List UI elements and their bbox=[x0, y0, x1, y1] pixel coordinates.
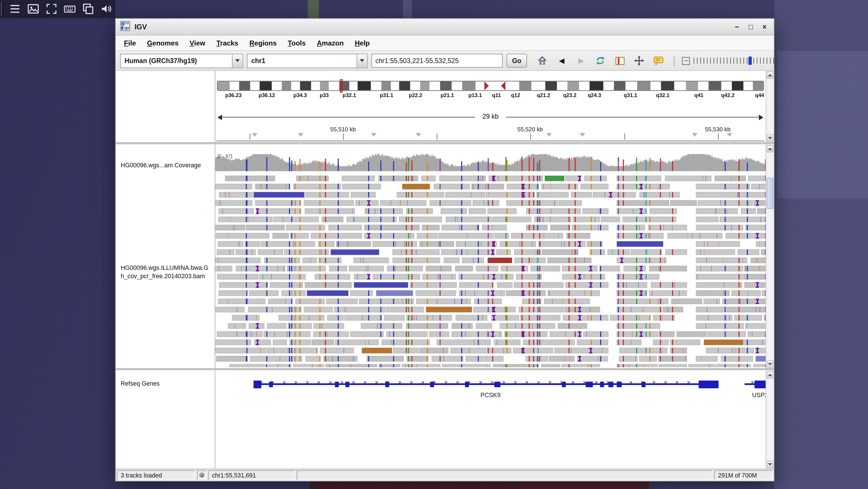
locus-input[interactable] bbox=[372, 54, 503, 68]
chevron-down-icon[interactable] bbox=[232, 54, 243, 67]
cytoband bbox=[320, 82, 329, 90]
cytoband-label: q21.2 bbox=[537, 92, 550, 98]
igv-logo-icon: igv bbox=[120, 21, 130, 33]
menu-file[interactable]: File bbox=[119, 37, 141, 48]
zoom-tick bbox=[757, 57, 757, 63]
close-button[interactable]: × bbox=[760, 22, 770, 32]
gene-exon[interactable] bbox=[617, 381, 621, 387]
gene-track-name[interactable]: Refseq Genes bbox=[121, 380, 159, 388]
home-icon[interactable] bbox=[536, 54, 548, 66]
coverage-track-name[interactable]: HG00096.wgs...am Coverage bbox=[121, 161, 201, 170]
cytoband bbox=[590, 82, 603, 90]
keyboard-icon[interactable] bbox=[63, 2, 76, 16]
alignment-panel: HG00096.wgs...am Coverage HG00096.wgs.IL… bbox=[116, 145, 774, 369]
scroll-down-icon[interactable] bbox=[767, 361, 773, 368]
gene-exon[interactable] bbox=[335, 381, 338, 387]
cytoband bbox=[686, 82, 698, 90]
gene-panel-scrollbar[interactable] bbox=[766, 371, 774, 468]
strand-arrow-icon: > bbox=[549, 380, 551, 385]
strand-arrow-icon: > bbox=[444, 380, 447, 385]
genome-select[interactable]: Human (GRCh37/hg19) bbox=[120, 54, 243, 68]
window-titlebar[interactable]: igv IGV − □ × bbox=[116, 19, 774, 35]
menu-regions[interactable]: Regions bbox=[244, 37, 282, 48]
gene-exon[interactable] bbox=[430, 381, 434, 387]
ruler-tick bbox=[624, 134, 625, 140]
chromosome-ideogram[interactable] bbox=[217, 81, 764, 91]
status-indicator[interactable] bbox=[197, 470, 207, 480]
gene-exon[interactable] bbox=[269, 381, 273, 387]
strand-arrow-icon: > bbox=[283, 380, 285, 385]
refresh-icon[interactable] bbox=[594, 54, 607, 66]
tooltip-bubble-icon[interactable] bbox=[652, 54, 664, 66]
gene-data-area[interactable]: >>>>>>>>>>>>>>>>>>>>>>>>>>>>>>>>>>>>>>>>… bbox=[215, 371, 766, 468]
forward-icon[interactable]: ▶ bbox=[575, 54, 587, 66]
menu-help[interactable]: Help bbox=[350, 37, 375, 48]
chromosome-select[interactable]: chr1 bbox=[247, 54, 368, 68]
gene-exon[interactable] bbox=[642, 381, 646, 387]
strand-arrow-icon: > bbox=[664, 380, 667, 385]
cytoband-label: q12 bbox=[511, 92, 520, 98]
strand-arrow-icon: > bbox=[514, 380, 517, 385]
gene-exon[interactable] bbox=[494, 381, 500, 387]
gene-exon[interactable] bbox=[754, 380, 766, 388]
gene-exon[interactable] bbox=[465, 381, 469, 387]
ruler-tick bbox=[718, 134, 718, 140]
menu-amazon[interactable]: Amazon bbox=[312, 37, 348, 48]
scroll-down-icon[interactable] bbox=[767, 135, 773, 142]
screenshot-icon[interactable] bbox=[27, 2, 40, 16]
ruler-baseline bbox=[216, 141, 765, 141]
cytoband-label: p22.2 bbox=[409, 92, 422, 98]
gene-exon[interactable] bbox=[586, 381, 593, 387]
ruler-tick bbox=[250, 134, 250, 140]
menu-icon[interactable] bbox=[8, 2, 22, 16]
alignment-pileup-canvas[interactable] bbox=[215, 152, 766, 367]
scroll-up-icon[interactable] bbox=[767, 145, 773, 152]
gene-exon[interactable] bbox=[385, 381, 389, 387]
fullscreen-icon[interactable] bbox=[45, 2, 58, 16]
ruler-tick-label: 55,510 kb bbox=[330, 126, 356, 133]
zoom-out-icon[interactable] bbox=[682, 57, 690, 64]
menu-view[interactable]: View bbox=[185, 37, 210, 48]
menu-tracks[interactable]: Tracks bbox=[211, 37, 243, 48]
back-icon[interactable]: ◀ bbox=[556, 54, 568, 66]
copy-icon[interactable] bbox=[82, 2, 95, 16]
zoom-tick bbox=[737, 57, 737, 63]
scrollbar-thumb[interactable] bbox=[767, 178, 773, 209]
menu-tools[interactable]: Tools bbox=[283, 37, 311, 48]
speaker-icon[interactable] bbox=[100, 2, 113, 16]
locus-panel-data-area[interactable]: p36.23p36.12p34.3p33p32.1p31.1p22.2p21.1… bbox=[215, 71, 766, 142]
locus-panel-scrollbar[interactable] bbox=[766, 71, 774, 142]
zoom-slider-thumb[interactable] bbox=[748, 56, 752, 64]
gene-exon[interactable] bbox=[253, 380, 261, 388]
gene-exon[interactable] bbox=[699, 380, 718, 388]
cytoband bbox=[399, 82, 410, 90]
igv-window: igv IGV − □ × FileGenomesViewTracksRegio… bbox=[115, 18, 774, 481]
menu-bar: FileGenomesViewTracksRegionsToolsAmazonH… bbox=[116, 35, 774, 51]
chevron-down-icon[interactable] bbox=[356, 54, 367, 67]
scroll-down-icon[interactable] bbox=[767, 461, 773, 468]
scroll-up-icon[interactable] bbox=[767, 71, 773, 79]
zoom-tick bbox=[743, 57, 744, 63]
zoom-slider[interactable] bbox=[693, 56, 774, 65]
minimize-button[interactable]: − bbox=[732, 22, 742, 32]
cytoband bbox=[567, 82, 579, 90]
zoom-tick bbox=[723, 57, 724, 63]
ruler-tick bbox=[530, 134, 531, 140]
refseq-gene-track[interactable]: >>>>>>>>>>>>>>>>>>>>>>>>>>>>>>>>>>>>>>>>… bbox=[215, 374, 766, 400]
region-tool-icon[interactable] bbox=[614, 54, 626, 66]
dock-grip[interactable] bbox=[1, 2, 3, 16]
fit-to-window-icon[interactable] bbox=[633, 54, 645, 66]
gene-exon[interactable] bbox=[562, 381, 566, 387]
scroll-up-icon[interactable] bbox=[767, 371, 773, 378]
alignment-track-name[interactable]: HG00096.wgs.ILLUMINA.bwa.G h_cov_pcr_fre… bbox=[121, 264, 208, 281]
gene-exon[interactable] bbox=[608, 381, 613, 387]
menu-genomes[interactable]: Genomes bbox=[142, 37, 183, 48]
cytoband-label: q24.3 bbox=[588, 92, 601, 98]
go-button[interactable]: Go bbox=[506, 54, 527, 68]
alignment-data-area[interactable]: [0 - 67] bbox=[215, 145, 766, 368]
alignment-panel-scrollbar[interactable] bbox=[766, 145, 774, 368]
ruler-span-label: 29 kb bbox=[479, 112, 502, 120]
maximize-button[interactable]: □ bbox=[746, 22, 756, 32]
gene-exon[interactable] bbox=[345, 381, 349, 387]
gene-exon[interactable] bbox=[600, 381, 604, 387]
